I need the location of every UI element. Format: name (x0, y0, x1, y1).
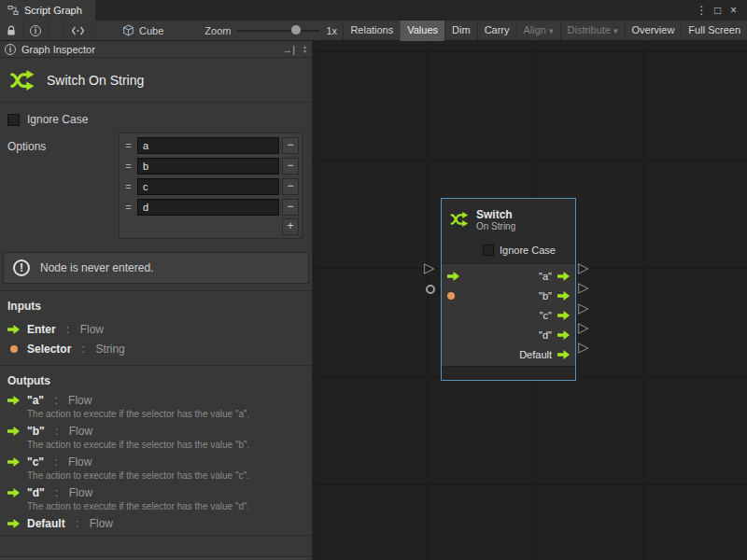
option-input[interactable] (137, 199, 279, 216)
flow-arrow-icon[interactable] (557, 330, 570, 340)
flow-arrow-icon (7, 396, 20, 405)
output-description: The action to execute if the selector ha… (0, 409, 312, 419)
output-d-connector[interactable]: ▷ (578, 320, 589, 334)
output-type: Flow (69, 486, 92, 499)
close-icon[interactable]: × (726, 4, 741, 17)
lock-button[interactable] (0, 21, 23, 41)
script-graph-icon (7, 5, 19, 16)
flow-arrow-icon (7, 457, 20, 467)
warning-box: ! Node is never entered. (3, 252, 309, 284)
align-button[interactable]: Align▾ (516, 21, 560, 41)
option-input[interactable] (137, 137, 279, 154)
ignore-case-checkbox[interactable] (7, 114, 20, 126)
scroll-arrows[interactable]: ▲ ▼ (303, 45, 307, 54)
node-ignore-case-checkbox[interactable] (483, 245, 494, 256)
inspector-footer (0, 535, 312, 560)
code-view-button[interactable] (63, 21, 92, 41)
scroll-down-icon[interactable]: ▼ (303, 49, 307, 54)
maximize-icon[interactable]: □ (710, 4, 726, 17)
drag-handle-icon[interactable]: = (122, 181, 134, 192)
distribute-button[interactable]: Distribute▾ (560, 21, 625, 41)
zoom-slider[interactable] (237, 21, 319, 41)
flow-arrow-icon[interactable] (447, 272, 459, 281)
output-c-connector[interactable]: ▷ (578, 301, 589, 315)
carry-button[interactable]: Carry (477, 21, 516, 41)
target-label: Cube (139, 25, 163, 36)
option-input[interactable] (137, 158, 279, 175)
output-description: The action to execute if the selector ha… (0, 501, 312, 511)
value-port-icon (10, 345, 18, 353)
cube-icon (122, 24, 134, 36)
graph-target-selector[interactable]: Cube (117, 21, 169, 41)
port-label-d: "d" (539, 329, 552, 341)
remove-option-button[interactable]: − (282, 137, 299, 154)
code-icon (71, 26, 85, 35)
output-description: The action to execute if the selector ha… (0, 440, 312, 450)
chevron-down-icon: ▾ (549, 26, 554, 35)
switch-on-string-node[interactable]: Switch On String Ignore Case "a" "b" (441, 198, 576, 381)
port-label-a: "a" (539, 271, 552, 282)
port-row-d: "d" (442, 325, 575, 344)
flow-arrow-icon[interactable] (557, 272, 570, 281)
output-b-connector[interactable]: ▷ (578, 280, 589, 294)
node-subtitle: On String (476, 221, 515, 231)
node-ignore-case-label: Ignore Case (500, 245, 556, 256)
output-item-b: "b" : Flow The action to execute if the … (0, 425, 312, 450)
output-description: The action to execute if the selector ha… (0, 470, 312, 481)
output-a-connector[interactable]: ▷ (578, 260, 589, 274)
switch-icon (449, 209, 470, 230)
flow-arrow-icon (7, 488, 20, 497)
zoom-slider-track (237, 30, 319, 32)
values-button[interactable]: Values (400, 21, 444, 41)
remove-option-button[interactable]: − (282, 199, 299, 216)
warning-icon: ! (13, 259, 30, 276)
inspector-title: Graph Inspector (21, 44, 95, 55)
info-button[interactable]: i (23, 21, 49, 41)
flow-arrow-icon[interactable] (557, 311, 570, 320)
enter-port-connector[interactable]: ▷ (424, 260, 435, 274)
menu-icon[interactable]: ⋮ (694, 4, 710, 17)
selector-port-connector[interactable] (426, 285, 435, 294)
port-label-default: Default (519, 349, 552, 360)
inspector-node-title: Switch On String (47, 73, 144, 88)
ignore-case-row: Ignore Case (0, 111, 312, 128)
value-port-icon[interactable] (447, 292, 455, 300)
output-type: Flow (68, 455, 92, 469)
zoom-value: 1x (326, 25, 337, 36)
options-label: Options (7, 140, 46, 153)
info-icon: i (30, 25, 41, 36)
zoom-label: Zoom (204, 25, 231, 36)
warning-text: Node is never entered. (40, 261, 153, 274)
fullscreen-button[interactable]: Full Screen (681, 21, 747, 41)
output-name: "c" (27, 455, 44, 469)
output-name: "b" (27, 425, 45, 438)
drag-handle-icon[interactable]: = (122, 202, 134, 213)
port-row-c: "c" (442, 305, 575, 325)
flow-arrow-icon[interactable] (557, 291, 570, 301)
output-item-c: "c" : Flow The action to execute if the … (0, 455, 312, 481)
graph-canvas[interactable]: ▷ ▷ ▷ ▷ ▷ ▷ Switch On String (313, 41, 747, 560)
dock-icon[interactable]: →| (282, 44, 295, 55)
drag-handle-icon[interactable]: = (122, 140, 134, 151)
option-input[interactable] (137, 178, 279, 195)
tab-script-graph[interactable]: Script Graph (0, 0, 95, 21)
output-name: Default (27, 517, 65, 530)
output-type: Flow (69, 425, 92, 438)
node-ignore-case-row: Ignore Case (442, 240, 575, 263)
relations-button[interactable]: Relations (343, 21, 400, 41)
remove-option-button[interactable]: − (282, 178, 299, 195)
switch-icon (8, 66, 36, 94)
zoom-slider-knob[interactable] (291, 25, 301, 35)
overview-button[interactable]: Overview (625, 21, 682, 41)
remove-option-button[interactable]: − (282, 158, 299, 175)
output-default-connector[interactable]: ▷ (578, 340, 589, 354)
options-section: Options = − = − = − = (0, 133, 312, 246)
option-row: = − (122, 157, 299, 175)
flow-arrow-icon[interactable] (557, 350, 570, 359)
drag-handle-icon[interactable]: = (122, 161, 134, 172)
add-option-button[interactable]: + (282, 218, 299, 235)
dim-button[interactable]: Dim (444, 21, 477, 41)
option-row: = − (122, 177, 299, 196)
flow-arrow-icon (7, 325, 20, 334)
port-label-b: "b" (539, 290, 552, 301)
